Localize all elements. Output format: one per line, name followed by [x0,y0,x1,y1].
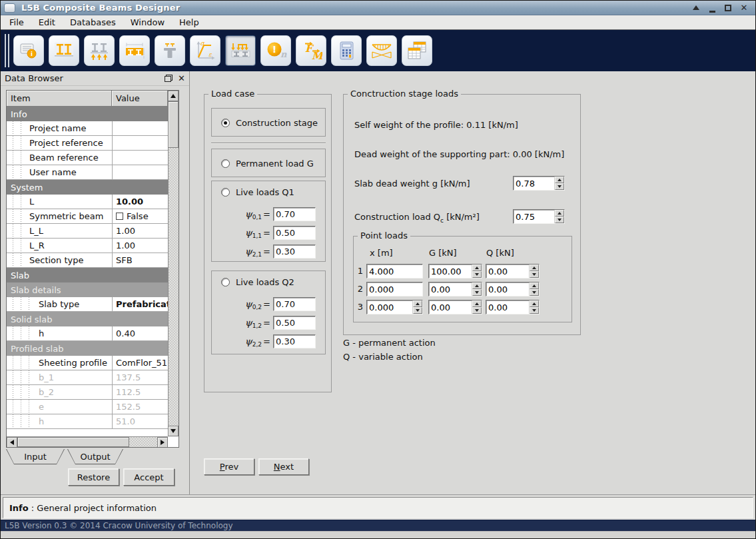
spin-down-button[interactable] [555,217,564,223]
construction-load-input[interactable] [514,210,554,223]
section-row-slab[interactable]: Slab [7,268,168,282]
beam-sections-button[interactable] [49,35,79,66]
table-row[interactable]: h0.40 [7,326,168,341]
tab-output[interactable]: Output [67,449,123,464]
menu-databases[interactable]: Databases [63,16,123,29]
slab-dead-weight-spinbox[interactable] [513,176,565,191]
limit-states-button[interactable]: !n [260,35,291,66]
table-row[interactable]: b_2112.5 [7,385,168,400]
project-info-button[interactable]: i [13,35,44,66]
table-row[interactable]: b_1137.5 [7,370,168,385]
point-load-g3-spinbox[interactable] [428,300,482,314]
table-row[interactable]: Section typeSFB [7,253,168,268]
slab-dead-weight-input[interactable] [514,177,554,190]
point-load-x3-spinbox[interactable] [366,300,423,314]
close-button[interactable]: ✕ [739,3,749,13]
spin-down-button[interactable] [472,289,482,296]
section-row-slab-details[interactable]: Slab details [7,282,168,297]
moment-diagram-button[interactable] [366,35,397,66]
table-row[interactable]: L_R1.00 [7,239,168,253]
spin-up-button[interactable] [413,300,422,307]
toolbar-handle[interactable] [5,34,9,67]
radio-construction-stage[interactable] [221,119,230,127]
scroll-right-button[interactable] [157,437,168,448]
psi-21-input[interactable] [273,245,316,259]
section-type-button[interactable] [155,35,185,66]
material-curve-button[interactable]: σε [190,35,220,66]
spin-down-button[interactable] [530,289,539,296]
radio-live-loads-q2[interactable] [221,278,230,286]
scroll-down-button[interactable] [168,426,179,436]
spin-up-button[interactable] [472,300,482,307]
spin-down-button[interactable] [472,271,482,278]
spin-up-button[interactable] [555,210,564,217]
table-row[interactable]: Symmetric beamFalse [7,209,168,224]
section-row-system[interactable]: System [7,180,168,195]
dock-close-icon[interactable]: ✕ [178,75,185,82]
radio-permanent-load[interactable] [221,159,230,168]
dock-float-icon[interactable] [165,75,173,82]
table-row[interactable]: L_L1.00 [7,224,168,239]
spin-up-button[interactable] [530,265,539,271]
spin-down-button[interactable] [472,307,482,314]
next-button[interactable]: Next [258,458,309,475]
minimize-button[interactable] [707,3,717,13]
psi-01-input[interactable] [273,207,316,221]
spin-up-button[interactable] [530,282,539,289]
point-load-x1-field[interactable] [366,264,423,278]
internal-forces-button[interactable]: FM [296,35,326,66]
data-browser-header[interactable]: Data Browser ✕ [1,71,189,86]
spin-up-button[interactable] [472,265,482,271]
maximize-button[interactable] [723,3,733,13]
vertical-scrollbar[interactable] [168,91,179,436]
spin-up-button[interactable] [530,300,539,307]
menu-help[interactable]: Help [172,16,206,29]
point-load-q3-spinbox[interactable] [486,300,540,314]
psi-02-input[interactable] [273,297,316,311]
spin-down-button[interactable] [530,307,539,314]
psi-11-input[interactable] [273,226,316,240]
result-tables-button[interactable] [402,35,432,66]
spin-up-button[interactable] [472,282,482,289]
restore-button[interactable]: Restore [68,468,119,486]
table-row[interactable]: Project reference [7,136,168,151]
section-row-info[interactable]: Info [7,107,168,121]
loads-button[interactable] [225,35,256,66]
point-load-q2-spinbox[interactable] [486,282,540,296]
spin-down-button[interactable] [413,307,422,314]
vertical-scroll-track[interactable] [169,148,179,426]
scroll-up-button[interactable] [168,91,179,101]
table-row[interactable]: Beam reference [7,151,168,165]
tab-input[interactable]: Input [6,449,65,464]
effective-width-button[interactable] [119,35,150,66]
shade-button[interactable] [691,3,701,13]
spin-down-button[interactable] [555,183,564,190]
table-row[interactable]: Sheeting profileComFlor_51 t [7,356,168,370]
horizontal-scroll-track[interactable] [129,437,157,447]
point-load-g2-spinbox[interactable] [428,282,482,296]
point-load-x2-field[interactable] [366,282,423,296]
vertical-scroll-thumb[interactable] [168,101,179,148]
prev-button[interactable]: Prev [204,458,254,475]
radio-live-loads-q1[interactable] [221,188,230,197]
psi-12-input[interactable] [273,316,316,330]
menu-window[interactable]: Window [123,16,172,29]
horizontal-scrollbar[interactable] [7,436,168,447]
accept-button[interactable]: Accept [123,468,175,486]
column-header-item[interactable]: Item [7,91,112,107]
column-header-value[interactable]: Value [112,91,168,107]
app-icon[interactable] [4,3,15,13]
psi-22-input[interactable] [273,334,316,348]
spin-up-button[interactable] [555,177,564,183]
point-load-q1-spinbox[interactable] [486,264,540,278]
supports-button[interactable] [84,35,115,66]
title-bar[interactable]: L5B Composite Beams Designer ✕ [1,1,755,15]
table-row[interactable]: Project name [7,121,168,136]
table-row[interactable]: L10.00 [7,195,168,209]
horizontal-scroll-thumb[interactable] [17,437,129,447]
point-load-g1-spinbox[interactable] [428,264,482,278]
table-row[interactable]: h51.0 [7,414,168,429]
menu-edit[interactable]: Edit [31,16,63,29]
menu-file[interactable]: File [2,16,31,29]
spin-down-button[interactable] [530,271,539,278]
